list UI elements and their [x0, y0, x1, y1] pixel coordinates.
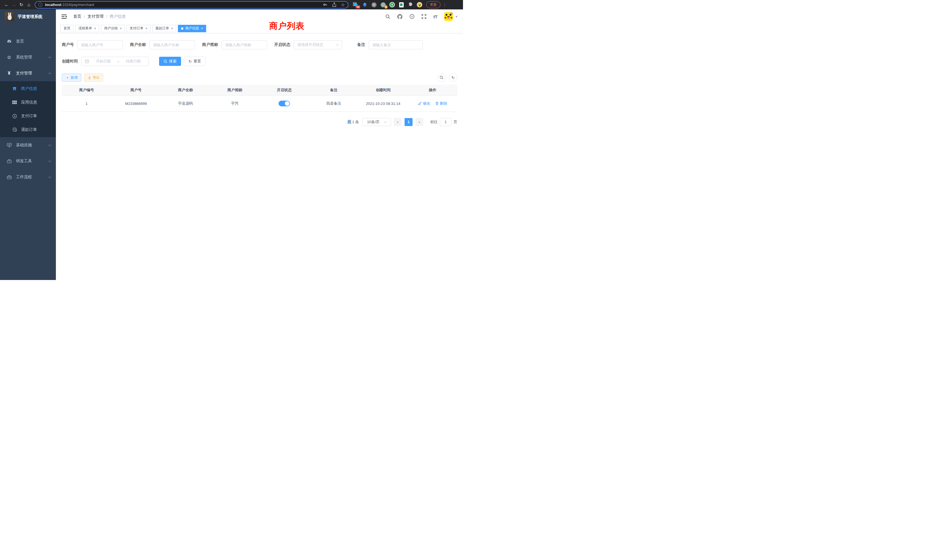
browser-menu-icon[interactable]: ⋮ — [443, 3, 447, 7]
cell-create-time: 2021-10-23 08:31:14 — [359, 95, 408, 112]
chevron-down-icon — [48, 56, 51, 59]
filter-label: 商户号 — [62, 42, 74, 47]
bookmark-star-icon[interactable]: ☆ — [341, 2, 345, 8]
active-dot — [181, 27, 183, 30]
browser-chrome: ← → ↻ ⌂ i localhost:1024/pay/merchant ☆ … — [0, 0, 463, 9]
breadcrumb-home[interactable]: 首页 — [73, 14, 81, 19]
filter-create-time: 创建时间 开始日期 - 结束日期 — [62, 57, 148, 66]
refresh-button[interactable]: ↻ — [449, 73, 457, 82]
profile-avatar-icon[interactable] — [417, 2, 422, 8]
tab-user-group[interactable]: 用户分组× — [101, 25, 125, 32]
toggle-search-button[interactable] — [437, 73, 446, 82]
cell-full-name: 芋道源码 — [161, 95, 210, 112]
pieces-extension-icon[interactable]: 10 — [353, 2, 359, 8]
sidebar-item-dev-tools[interactable]: 研发工具 — [0, 153, 56, 169]
sidebar-item-system[interactable]: ⚙ 系统管理 — [0, 49, 56, 65]
sidebar-item-infrastructure[interactable]: 基础设施 — [0, 137, 56, 153]
cell-merchant-no: M233666999 — [111, 95, 160, 112]
filter-label: 开启状态 — [274, 42, 290, 47]
tab-pay-order[interactable]: 支付订单× — [127, 25, 151, 32]
breadcrumb: 首页 / 支付管理 / 商户信息 — [73, 14, 126, 19]
extensions-row: 10 ⌘ 1 Y — [353, 2, 422, 8]
next-page-button[interactable]: › — [415, 118, 424, 126]
tab-home[interactable]: 首页 — [61, 25, 74, 32]
svg-text:¥: ¥ — [14, 115, 15, 118]
trash-icon — [435, 101, 439, 105]
chevron-down-icon — [336, 43, 339, 46]
help-icon[interactable]: ? — [409, 14, 415, 19]
balloon-extension-icon[interactable] — [362, 2, 368, 8]
sidebar-item-merchant-info[interactable]: 商户信息 — [0, 82, 56, 95]
search-icon[interactable] — [386, 14, 390, 19]
command-extension-icon[interactable]: ⌘ — [371, 2, 377, 8]
page-size-select[interactable]: 10条/页 — [362, 118, 391, 126]
app-logo — [5, 12, 14, 21]
browser-reload-icon[interactable]: ↻ — [18, 3, 25, 7]
share-icon[interactable] — [332, 2, 336, 7]
status-toggle[interactable] — [278, 101, 290, 106]
document-icon — [11, 127, 18, 132]
avatar-caret-icon[interactable]: ▾ — [455, 15, 457, 18]
short-name-input[interactable] — [221, 40, 267, 49]
close-icon[interactable]: × — [120, 27, 122, 30]
tab-process-form[interactable]: 流程表单× — [75, 25, 99, 32]
add-button[interactable]: ＋ 新增 — [62, 74, 81, 82]
sidebar-item-home[interactable]: 首页 — [0, 33, 56, 49]
collapse-sidebar-icon[interactable] — [62, 14, 67, 19]
remark-input[interactable] — [369, 40, 423, 49]
sidebar-item-app-info[interactable]: 应用信息 — [0, 95, 56, 109]
user-avatar[interactable] — [444, 12, 453, 21]
key-icon[interactable] — [323, 2, 328, 7]
close-icon[interactable]: × — [201, 27, 203, 30]
font-size-icon[interactable]: tT — [433, 14, 437, 19]
fullscreen-icon[interactable] — [421, 14, 427, 19]
page-1-button[interactable]: 1 — [404, 118, 413, 126]
close-icon[interactable]: × — [94, 27, 96, 30]
app-shell: 芋道管理系统 首页 ⚙ 系统管理 ¥ 支付管理 — [0, 9, 463, 280]
sidebar-item-refund-order[interactable]: 退款订单 — [0, 123, 56, 136]
table-row: 1 M233666999 芋道源码 芋艿 我是备注 2021-10-23 08:… — [62, 95, 457, 112]
status-select[interactable]: 请选择开启状态 — [294, 40, 342, 49]
browser-back-icon[interactable]: ← — [3, 3, 10, 7]
edit-link[interactable]: 修改 — [418, 101, 430, 106]
search-button[interactable]: 搜索 — [159, 57, 181, 66]
sidebar-item-payment[interactable]: ¥ 支付管理 — [0, 65, 56, 81]
sidebar-item-workflow[interactable]: 工作流程 — [0, 169, 56, 185]
browser-update-button[interactable]: 更新 — [426, 1, 440, 8]
monitor-icon — [6, 143, 12, 147]
reset-button[interactable]: ↻ 重置 — [184, 57, 206, 66]
recorder-extension-icon[interactable]: 1 — [380, 2, 386, 8]
col-actions: 操作 — [408, 85, 457, 95]
start-date-placeholder: 开始日期 — [92, 59, 115, 64]
cell-short-name: 芋艿 — [210, 95, 259, 112]
close-icon[interactable]: × — [145, 27, 147, 30]
sidebar-item-label: 系统管理 — [16, 55, 49, 60]
pencil-icon — [418, 101, 422, 105]
sidebar-item-pay-order[interactable]: ¥ 支付订单 — [0, 109, 56, 123]
github-icon[interactable] — [397, 14, 402, 19]
yen-icon: ¥ — [6, 71, 12, 76]
extensions-puzzle-icon[interactable] — [408, 2, 413, 8]
full-name-input[interactable] — [150, 40, 195, 49]
app-logo-row[interactable]: 芋道管理系统 — [0, 9, 56, 24]
url-bar[interactable]: i localhost:1024/pay/merchant ☆ — [35, 1, 348, 9]
date-range-input[interactable]: 开始日期 - 结束日期 — [81, 57, 148, 66]
calendar-icon — [85, 59, 89, 63]
delete-link[interactable]: 删除 — [435, 101, 447, 106]
sidebar-item-label: 商户信息 — [21, 86, 37, 91]
chevron-down-icon — [384, 120, 387, 123]
goto-page-input[interactable] — [440, 118, 451, 126]
y-extension-icon[interactable]: Y — [389, 2, 395, 8]
chat-extension-icon[interactable] — [399, 2, 404, 8]
url-text[interactable]: localhost:1024/pay/merchant — [45, 3, 94, 7]
tab-refund-order[interactable]: 退款订单× — [152, 25, 176, 32]
browser-home-icon[interactable]: ⌂ — [25, 3, 32, 7]
export-button[interactable]: 导出 — [84, 74, 103, 82]
tab-merchant-info[interactable]: 商户信息× — [178, 25, 206, 32]
prev-page-button[interactable]: ‹ — [394, 118, 402, 126]
filter-merchant-no: 商户号 — [62, 40, 123, 49]
browser-forward-icon[interactable]: → — [10, 3, 18, 7]
merchant-no-input[interactable] — [77, 40, 123, 49]
close-icon[interactable]: × — [171, 27, 173, 30]
site-info-icon[interactable]: i — [38, 3, 42, 7]
